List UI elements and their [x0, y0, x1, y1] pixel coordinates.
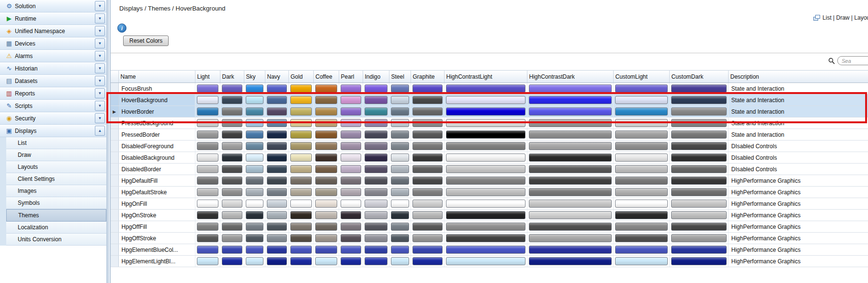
color-swatch-dark[interactable]: [222, 84, 242, 93]
sidebar-subitem-list[interactable]: List: [6, 137, 106, 149]
color-swatch-customdark[interactable]: [671, 153, 727, 162]
table-row-hpgdefaultstroke[interactable]: HpgDefaultStrokeHighPerformance Graphics: [111, 187, 868, 198]
color-swatch-indigo[interactable]: [365, 107, 388, 116]
expand-arrow-button[interactable]: ▼: [95, 13, 105, 24]
color-swatch-steel[interactable]: [391, 142, 409, 150]
color-swatch-dark[interactable]: [222, 223, 242, 231]
color-swatch-highcontrastdark[interactable]: [529, 200, 612, 208]
color-swatch-graphite[interactable]: [412, 177, 443, 185]
color-swatch-navy[interactable]: [267, 165, 287, 173]
color-swatch-coffee[interactable]: [315, 223, 337, 231]
sidebar-splitter[interactable]: [106, 0, 111, 283]
color-swatch-graphite[interactable]: [412, 188, 443, 196]
color-swatch-highcontrastlight[interactable]: [446, 107, 525, 116]
expand-arrow-button[interactable]: ▼: [95, 1, 105, 11]
color-swatch-steel[interactable]: [391, 177, 409, 185]
sidebar-item-datasets[interactable]: ▤Datasets▼: [0, 75, 106, 87]
column-header-indigo[interactable]: Indigo: [363, 71, 389, 83]
table-row-disabledforeground[interactable]: DisabledForegroundDIsabled Controls: [111, 141, 868, 152]
color-swatch-navy[interactable]: [267, 223, 287, 231]
table-row-hoverborder[interactable]: ▶HoverBorderState and Interaction: [111, 106, 868, 118]
color-swatch-customlight[interactable]: [615, 107, 668, 116]
table-row-focusbrush[interactable]: FocusBrushState and Interaction: [111, 83, 868, 94]
color-swatch-navy[interactable]: [267, 142, 287, 150]
color-swatch-navy[interactable]: [267, 234, 287, 242]
color-swatch-graphite[interactable]: [412, 246, 443, 254]
color-swatch-customlight[interactable]: [615, 119, 668, 127]
color-swatch-light[interactable]: [197, 96, 218, 104]
color-swatch-coffee[interactable]: [315, 234, 337, 242]
column-header-highcontrastlight[interactable]: HighContrastLight: [444, 71, 527, 83]
sidebar-item-historian[interactable]: ∿Historian▼: [0, 62, 106, 75]
color-swatch-steel[interactable]: [391, 165, 409, 173]
color-swatch-navy[interactable]: [267, 211, 287, 219]
color-swatch-coffee[interactable]: [315, 84, 337, 93]
color-swatch-steel[interactable]: [391, 211, 409, 219]
color-swatch-steel[interactable]: [391, 223, 409, 231]
color-swatch-indigo[interactable]: [365, 211, 388, 219]
expand-arrow-button[interactable]: ▼: [95, 63, 105, 73]
color-swatch-light[interactable]: [197, 223, 218, 231]
color-swatch-sky[interactable]: [246, 119, 263, 127]
color-swatch-customdark[interactable]: [671, 200, 727, 208]
color-swatch-pearl[interactable]: [341, 130, 361, 139]
color-swatch-highcontrastlight[interactable]: [446, 211, 525, 219]
table-row-pressedborder[interactable]: PressedBorderState and Interaction: [111, 129, 868, 141]
row-name[interactable]: HpgOffFill: [118, 221, 195, 233]
color-swatch-coffee[interactable]: [315, 211, 337, 219]
color-swatch-highcontrastdark[interactable]: [529, 188, 612, 196]
color-swatch-highcontrastdark[interactable]: [529, 153, 612, 162]
sidebar-subitem-localization[interactable]: Localization: [6, 222, 106, 234]
sidebar-subitem-draw[interactable]: Draw: [6, 149, 106, 161]
color-swatch-sky[interactable]: [246, 165, 263, 173]
color-swatch-coffee[interactable]: [315, 200, 337, 208]
color-swatch-coffee[interactable]: [315, 153, 337, 162]
color-swatch-highcontrastlight[interactable]: [446, 96, 525, 104]
color-swatch-indigo[interactable]: [365, 188, 388, 196]
color-swatch-highcontrastdark[interactable]: [529, 211, 612, 219]
color-swatch-navy[interactable]: [267, 246, 287, 254]
color-swatch-pearl[interactable]: [341, 96, 361, 104]
expand-arrow-button[interactable]: ▼: [95, 76, 105, 86]
color-swatch-indigo[interactable]: [365, 246, 388, 254]
color-swatch-dark[interactable]: [222, 234, 242, 242]
column-header-description[interactable]: Description: [728, 71, 868, 83]
color-swatch-coffee[interactable]: [315, 188, 337, 196]
table-row-hpgelementbluecol[interactable]: HpgElementBlueCol...HighPerformance Grap…: [111, 244, 868, 256]
color-swatch-customdark[interactable]: [671, 177, 727, 185]
sidebar-subitem-layouts[interactable]: Layouts: [6, 161, 106, 173]
color-swatch-dark[interactable]: [222, 142, 242, 150]
column-header-customlight[interactable]: CustomLight: [613, 71, 669, 83]
table-row-disabledborder[interactable]: DisabledBorderDIsabled Controls: [111, 164, 868, 175]
color-swatch-light[interactable]: [197, 142, 218, 150]
color-swatch-light[interactable]: [197, 130, 218, 139]
color-swatch-light[interactable]: [197, 84, 218, 93]
color-swatch-dark[interactable]: [222, 165, 242, 173]
row-name[interactable]: DisabledBorder: [118, 164, 195, 175]
color-swatch-indigo[interactable]: [365, 119, 388, 127]
color-swatch-gold[interactable]: [290, 257, 312, 265]
color-swatch-light[interactable]: [197, 257, 218, 265]
color-swatch-dark[interactable]: [222, 119, 242, 127]
color-swatch-light[interactable]: [197, 153, 218, 162]
sidebar-item-runtime[interactable]: ▶Runtime▼: [0, 12, 106, 25]
color-swatch-graphite[interactable]: [412, 234, 443, 242]
color-swatch-indigo[interactable]: [365, 153, 388, 162]
color-swatch-graphite[interactable]: [412, 165, 443, 173]
color-swatch-steel[interactable]: [391, 200, 409, 208]
expand-arrow-button[interactable]: ▼: [95, 51, 105, 61]
column-header-highcontrastdark[interactable]: HighContrastDark: [527, 71, 613, 83]
color-swatch-coffee[interactable]: [315, 257, 337, 265]
color-swatch-customlight[interactable]: [615, 177, 668, 185]
color-swatch-highcontrastdark[interactable]: [529, 234, 612, 242]
color-swatch-gold[interactable]: [290, 130, 312, 139]
color-swatch-navy[interactable]: [267, 153, 287, 162]
color-swatch-indigo[interactable]: [365, 165, 388, 173]
column-header-pearl[interactable]: Pearl: [339, 71, 363, 83]
color-swatch-steel[interactable]: [391, 153, 409, 162]
color-swatch-navy[interactable]: [267, 119, 287, 127]
column-header-coffee[interactable]: Coffee: [313, 71, 339, 83]
color-swatch-graphite[interactable]: [412, 223, 443, 231]
color-swatch-customlight[interactable]: [615, 165, 668, 173]
color-swatch-pearl[interactable]: [341, 257, 361, 265]
